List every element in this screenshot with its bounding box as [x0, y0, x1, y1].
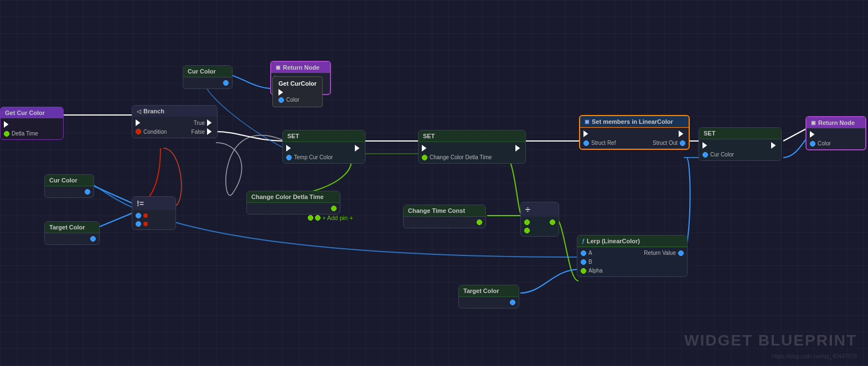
set-change-exec-out[interactable]: [515, 145, 522, 151]
cur-color-left-out[interactable]: [85, 189, 90, 195]
tooltip-title: Get CurColor: [278, 80, 317, 87]
delta-time-pin[interactable]: [4, 131, 9, 137]
return-right-exec[interactable]: [810, 131, 817, 138]
temp-cur-color-label: Temp Cur Color: [294, 154, 333, 160]
tooltip-color-label: Color: [286, 97, 299, 103]
change-detla-time-pin[interactable]: [422, 155, 427, 160]
change-color-delta-node[interactable]: Change Color Detla Time: [246, 191, 340, 215]
set-members-title: Set members in LinearColor: [592, 118, 673, 125]
get-cur-color-tooltip: Get CurColor Color: [272, 76, 323, 107]
temp-cur-color-pin[interactable]: [286, 155, 292, 160]
add-pin-2[interactable]: [315, 215, 321, 221]
return-right-color-pin[interactable]: [810, 141, 815, 147]
target-color-bottom-header: Target Color: [459, 285, 519, 297]
exec-out-pin[interactable]: [4, 121, 11, 128]
lerp-return-pin[interactable]: [678, 250, 684, 256]
cur-color-top-title: Cur Color: [188, 68, 216, 75]
struct-ref-pin[interactable]: [583, 140, 589, 146]
lerp-node[interactable]: ƒ Lerp (LinearColor) A Return Value B Al…: [577, 235, 688, 277]
return-node-top-title: Return Node: [283, 64, 319, 71]
lerp-b-label: B: [588, 259, 592, 265]
cur-color-set-label: Cur Color: [710, 151, 734, 158]
time-const-out[interactable]: [477, 219, 482, 225]
not-equal-title: !=: [137, 199, 144, 208]
target-color-bottom-node[interactable]: Target Color: [458, 285, 519, 309]
cur-color-top-out[interactable]: [223, 80, 229, 86]
set-change-title: SET: [423, 133, 435, 139]
add-pin-1[interactable]: [308, 215, 313, 221]
return-node-right-title: Return Node: [818, 119, 855, 126]
change-time-const-title: Change Time Const: [408, 207, 465, 214]
target-color-left-node[interactable]: Target Color: [44, 221, 100, 245]
div-in1[interactable]: [524, 219, 530, 225]
change-color-delta-header: Change Color Detla Time: [247, 191, 340, 203]
cur-color-left-title: Cur Color: [49, 177, 78, 184]
branch-true-pin[interactable]: [207, 119, 214, 126]
target-color-bottom-out[interactable]: [510, 300, 515, 305]
divide-header: ÷: [521, 202, 559, 217]
set-members-header: ▣ Set members in LinearColor: [580, 116, 689, 128]
get-cur-color-header: Get Cur Color: [1, 107, 63, 118]
divide-node[interactable]: ÷: [520, 202, 559, 237]
set-change-header: SET: [418, 130, 525, 142]
branch-title: Branch: [143, 108, 164, 114]
lerp-a-label: A: [588, 250, 592, 256]
lerp-header: ƒ Lerp (LinearColor): [577, 236, 687, 247]
struct-ref-label: Struct Ref: [591, 140, 616, 146]
struct-out-pin[interactable]: [680, 140, 685, 146]
change-delta-out[interactable]: [331, 206, 337, 211]
set-temp-node[interactable]: SET Temp Cur Color: [282, 130, 365, 164]
set-cur-color-node[interactable]: SET Cur Color: [699, 127, 782, 161]
cur-color-pin[interactable]: [702, 152, 708, 158]
set-temp-title: SET: [287, 133, 299, 139]
not-equal-header: !=: [132, 197, 175, 210]
cur-color-top-node[interactable]: Cur Color: [183, 65, 232, 89]
not-equal-node[interactable]: !=: [132, 196, 176, 230]
add-pin-label[interactable]: + Add pin +: [322, 215, 353, 221]
cur-color-left-node[interactable]: Cur Color: [44, 174, 94, 198]
change-time-const-node[interactable]: Change Time Const: [403, 205, 486, 228]
condition-pin[interactable]: [136, 129, 141, 134]
return-node-right[interactable]: ▣ Return Node Color: [805, 116, 866, 150]
branch-false-pin[interactable]: [207, 128, 214, 135]
set-cur-exec-out[interactable]: [771, 142, 778, 149]
neq-in2[interactable]: [136, 221, 141, 227]
target-color-left-title: Target Color: [49, 224, 85, 231]
change-detla-time-label: Change Color Detla Time: [430, 154, 492, 160]
get-cur-color-node[interactable]: Get Cur Color Detla Time: [0, 107, 64, 140]
set-change-node[interactable]: SET Change Color Detla Time: [418, 130, 526, 164]
set-members-node[interactable]: ▣ Set members in LinearColor Struct Ref …: [579, 115, 690, 150]
lerp-a-pin[interactable]: [581, 250, 586, 256]
neq-dot2: [143, 222, 148, 226]
set-members-exec-in[interactable]: [583, 130, 590, 137]
lerp-alpha-label: Alpha: [588, 268, 603, 274]
lerp-title: Lerp (LinearColor): [587, 238, 640, 244]
set-temp-exec-out[interactable]: [355, 145, 361, 151]
div-out[interactable]: [550, 219, 555, 225]
branch-exec-in[interactable]: [136, 119, 142, 126]
divide-title: ÷: [525, 205, 530, 215]
add-pin-area[interactable]: + Add pin +: [308, 215, 353, 221]
neq-dot: [143, 213, 148, 218]
return-node-right-header: ▣ Return Node: [807, 117, 865, 128]
get-cur-color-title: Get Cur Color: [5, 109, 45, 116]
div-in2[interactable]: [524, 228, 530, 233]
set-cur-color-title: SET: [704, 130, 715, 137]
target-color-left-out[interactable]: [90, 236, 96, 242]
set-members-exec-out[interactable]: [679, 130, 685, 137]
watermark: WIDGET BLUEPRINT: [684, 332, 857, 349]
change-color-delta-title: Change Color Detla Time: [251, 194, 324, 200]
struct-out-label: Struct Out: [653, 140, 678, 146]
branch-header: ◁ Branch: [132, 106, 217, 117]
set-change-exec-in[interactable]: [422, 145, 428, 151]
neq-in1[interactable]: [136, 213, 141, 218]
set-temp-header: SET: [283, 130, 365, 142]
set-cur-exec-in[interactable]: [702, 142, 709, 149]
target-color-bottom-title: Target Color: [463, 287, 499, 294]
delta-time-label: Detla Time: [12, 130, 38, 137]
lerp-alpha-pin[interactable]: [581, 268, 586, 274]
lerp-b-pin[interactable]: [581, 259, 586, 265]
set-temp-exec-in[interactable]: [286, 145, 293, 151]
branch-node[interactable]: ◁ Branch True Condition False: [132, 105, 218, 138]
set-cur-color-header: SET: [699, 128, 781, 139]
